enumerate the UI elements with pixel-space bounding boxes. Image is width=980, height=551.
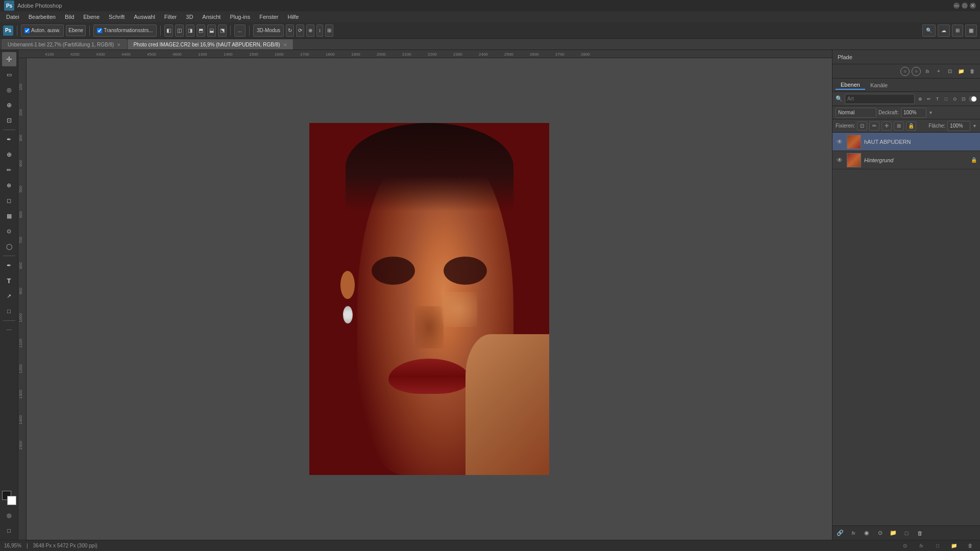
menu-schrift[interactable]: Schrift (105, 13, 129, 21)
lock-artboard-btn[interactable]: ⊞ (894, 121, 904, 131)
mode-3d-btn[interactable]: 3D-Modus (253, 24, 284, 37)
align-middle-btn[interactable]: ⬓ (207, 24, 216, 37)
lc-fx-btn[interactable]: fx (848, 528, 859, 538)
tool-crop[interactable]: ⊡ (2, 113, 16, 128)
3d-btn5[interactable]: ⊞ (325, 24, 333, 37)
tool-eraser[interactable]: ◻ (2, 193, 16, 208)
panel-icon-circle[interactable]: ○ (900, 67, 910, 76)
filter-icon-3[interactable]: T (934, 94, 941, 104)
menu-plugins[interactable]: Plug-ins (226, 13, 254, 21)
filter-icon-5[interactable]: ⊙ (951, 94, 958, 104)
tool-marquee[interactable]: ▭ (2, 67, 16, 82)
auto-select-btn[interactable]: Auton. ausw. (21, 24, 64, 37)
search-btn[interactable]: 🔍 (922, 24, 936, 37)
titlebar-controls[interactable]: — □ ✕ (953, 3, 976, 9)
minimize-button[interactable]: — (953, 3, 960, 9)
ebene-dropdown[interactable]: Ebene (66, 25, 86, 36)
lc-mask-btn[interactable]: ◉ (861, 528, 872, 538)
panel-icon-trash[interactable]: 🗑 (968, 67, 977, 76)
tool-text[interactable]: T (2, 273, 16, 288)
tool-move[interactable]: ✛ (2, 52, 16, 66)
filter-icon-6[interactable]: ⊡ (960, 94, 967, 104)
lc-delete-btn[interactable]: 🗑 (914, 528, 925, 538)
lc-adjustment-btn[interactable]: ⊙ (874, 528, 886, 538)
transform-checkbox[interactable] (97, 28, 102, 33)
3d-btn2[interactable]: ⟳ (296, 24, 304, 37)
tab-ebenen[interactable]: Ebenen (836, 81, 865, 90)
status-icon-5[interactable]: 🗑 (965, 541, 976, 551)
layer-search-input[interactable] (845, 94, 915, 104)
panel-icon-circle2[interactable]: ○ (912, 67, 921, 76)
tool-healing[interactable]: ⊕ (2, 147, 16, 162)
filter-icon-4[interactable]: □ (943, 94, 949, 104)
lock-brush-btn[interactable]: ✏ (869, 121, 879, 131)
status-icon-fx[interactable]: fx (916, 541, 927, 551)
background-color[interactable] (7, 496, 16, 505)
layer-item-hintergrund[interactable]: 👁 Hintergrund 🔒 (832, 151, 980, 169)
tab-2-close[interactable]: ✕ (283, 42, 287, 47)
tool-gradient[interactable]: ▦ (2, 209, 16, 223)
opacity-input[interactable]: 100% (901, 108, 926, 118)
align-top-btn[interactable]: ⬒ (197, 24, 205, 37)
layer-haut-visibility[interactable]: 👁 (836, 138, 844, 146)
tab-1-close[interactable]: ✕ (117, 42, 121, 47)
tool-lasso[interactable]: ◎ (2, 83, 16, 97)
menu-3d[interactable]: 3D (182, 13, 197, 21)
cloud-btn[interactable]: ☁ (938, 24, 950, 37)
tool-dodge[interactable]: ◯ (2, 239, 16, 254)
tool-more[interactable]: ⋯ (2, 323, 16, 337)
auto-checkbox[interactable] (24, 28, 30, 33)
layer-hintergrund-visibility[interactable]: 👁 (836, 156, 844, 164)
panel-icon-add[interactable]: + (934, 67, 943, 76)
panel-icon-folder[interactable]: 📁 (957, 67, 966, 76)
status-icon-4[interactable]: 📁 (948, 541, 960, 551)
menu-datei[interactable]: Datei (2, 13, 23, 21)
3d-btn4[interactable]: ↕ (316, 24, 323, 37)
canvas-area[interactable] (27, 58, 832, 540)
tool-pen[interactable]: ✒ (2, 258, 16, 272)
status-icon-1[interactable]: ⊙ (899, 541, 911, 551)
menu-ansicht[interactable]: Ansicht (198, 13, 225, 21)
arrange-btn[interactable]: ▦ (965, 24, 977, 37)
menu-filter[interactable]: Filter (160, 13, 181, 21)
lc-link-btn[interactable]: 🔗 (835, 528, 846, 538)
tool-quick-select[interactable]: ⊕ (2, 98, 16, 112)
menu-fenster[interactable]: Fenster (255, 13, 282, 21)
tool-path-select[interactable]: ↗ (2, 289, 16, 303)
filter-toggle[interactable] (969, 96, 977, 102)
more-options-btn[interactable]: ... (234, 24, 246, 37)
tool-clone[interactable]: ⊕ (2, 178, 16, 192)
status-icon-3[interactable]: □ (932, 541, 943, 551)
close-button[interactable]: ✕ (970, 3, 976, 9)
fill-input[interactable]: 100% (947, 121, 970, 131)
menu-ebene[interactable]: Ebene (79, 13, 104, 21)
tool-shape[interactable]: □ (2, 304, 16, 318)
align-center-btn[interactable]: ◫ (175, 24, 184, 37)
tool-quick-mask[interactable]: ◎ (2, 508, 16, 522)
menu-bearbeiten[interactable]: Bearbeiten (24, 13, 60, 21)
align-right-btn[interactable]: ◨ (186, 24, 194, 37)
align-left-btn[interactable]: ◧ (164, 24, 173, 37)
panel-icon-save[interactable]: ⊡ (945, 67, 954, 76)
align-bottom-btn[interactable]: ⬔ (218, 24, 227, 37)
tool-eyedropper[interactable]: ✒ (2, 132, 16, 146)
menu-hilfe[interactable]: Hilfe (283, 13, 303, 21)
3d-btn1[interactable]: ↻ (286, 24, 294, 37)
transform-btn[interactable]: Transformationsstrs... (93, 24, 156, 37)
3d-btn3[interactable]: ⊕ (306, 24, 314, 37)
filter-icon-1[interactable]: ⊕ (917, 94, 923, 104)
tool-screen-mode[interactable]: □ (2, 523, 16, 538)
tab-2[interactable]: Photo cred IMAGE2.CR2 bei 16,9% (hAUT AB… (128, 39, 292, 49)
tab-kanaele[interactable]: Kanäle (865, 81, 893, 89)
blend-mode-select[interactable]: Normal Multiplizieren Abblenden (836, 108, 876, 118)
panel-icon-fx[interactable]: fx (923, 67, 932, 76)
lock-position-btn[interactable]: ✛ (881, 121, 892, 131)
lock-all-btn[interactable]: 🔒 (906, 121, 916, 131)
lock-transparent-btn[interactable]: ⊡ (857, 121, 867, 131)
menu-bild[interactable]: Bild (61, 13, 78, 21)
lc-group-btn[interactable]: 📁 (888, 528, 899, 538)
menu-auswahl[interactable]: Auswahl (130, 13, 159, 21)
share-btn[interactable]: ⊞ (952, 24, 963, 37)
layer-item-haut[interactable]: 👁 hAUT ABPUDERN (832, 133, 980, 151)
tool-blur[interactable]: ⊙ (2, 224, 16, 238)
